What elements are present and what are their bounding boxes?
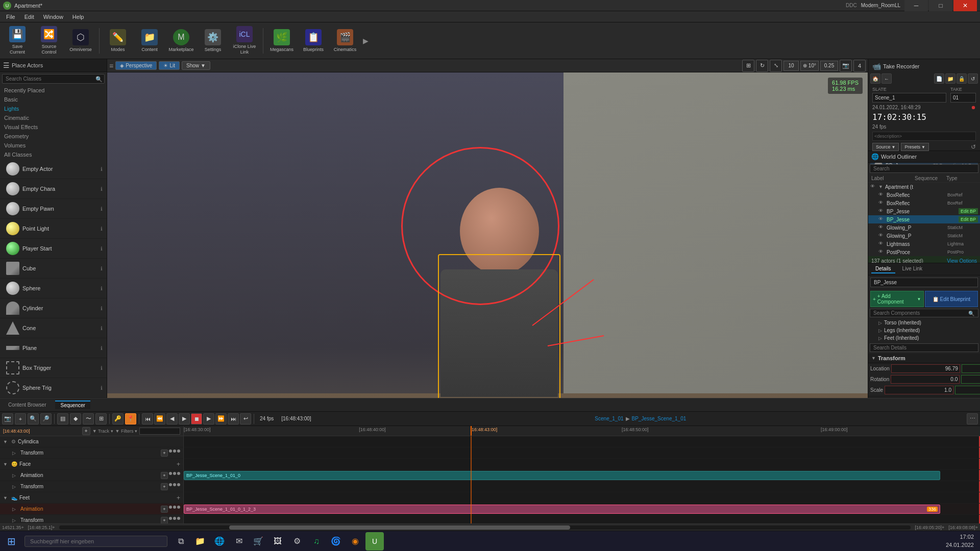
actor-item-sphere[interactable]: Sphere ℹ <box>0 279 107 298</box>
toolbar-expand-button[interactable]: ▶ <box>361 24 370 57</box>
actor-name-input[interactable] <box>870 278 978 287</box>
seq-add-icon[interactable]: + <box>15 413 26 424</box>
megascans-button[interactable]: 🌿 Megascans <box>266 24 297 57</box>
playback-play-button[interactable]: ▶ <box>179 413 190 424</box>
actor-item-cube[interactable]: Cube ℹ <box>0 259 107 279</box>
location-y-input[interactable] <box>962 364 980 373</box>
outliner-search-input[interactable] <box>870 164 978 173</box>
taskbar-explorer[interactable]: 📁 <box>191 532 209 550</box>
component-feet[interactable]: ▷ Feet (Inherited) <box>868 334 980 342</box>
track-add-button[interactable]: + <box>177 494 180 502</box>
track-add-key-button[interactable]: + <box>161 472 168 479</box>
grid-snap-icon[interactable]: ⊞ <box>742 60 754 72</box>
component-torso[interactable]: ▷ Torso (Inherited) <box>868 319 980 327</box>
take-refresh-button[interactable]: ↺ <box>968 73 978 84</box>
clip-breadcrumb[interactable]: BP_Jesse_Scene_1_01 <box>632 416 687 421</box>
track-feet[interactable]: ▼ 👟 Feet + <box>0 492 183 504</box>
taskbar-spotify[interactable]: ♫ <box>307 532 326 550</box>
outliner-item-glowing1[interactable]: 👁 Glowing_P StaticM <box>868 223 980 232</box>
seq-key-icon[interactable]: 🔑 <box>112 413 124 424</box>
seq-mode-icon[interactable]: ⊞ <box>95 413 107 424</box>
track-transform2[interactable]: ▷ Transform + <box>0 481 183 492</box>
taskbar-edge[interactable]: 🌐 <box>210 532 229 550</box>
add-component-button[interactable]: + + Add Component ▼ <box>870 291 924 307</box>
track-face[interactable]: ▼ 😊 Face + <box>0 459 183 470</box>
seq-filter-icon[interactable]: 🔍 <box>28 413 39 424</box>
take-home-button[interactable]: 🏠 <box>870 73 880 84</box>
cinematics-button[interactable]: 🎬 Cinematics <box>330 24 360 57</box>
track-animation2[interactable]: ▷ Animation + <box>0 504 183 515</box>
taskbar-photos[interactable]: 🖼 <box>268 532 287 550</box>
track-animation1[interactable]: ▷ Animation + <box>0 470 183 481</box>
take-input[interactable] <box>950 93 976 103</box>
outliner-item-boxreflect2[interactable]: 👁 BoxReflec BoxRef <box>868 199 980 207</box>
scale-y-input[interactable] <box>955 386 980 394</box>
omniverse-button[interactable]: ⬡ Omniverse <box>65 24 96 57</box>
angle-icon[interactable]: ⊕ 10° <box>800 61 819 71</box>
vp-settings-icon[interactable]: 4 <box>853 60 866 72</box>
actor-item-cylinder[interactable]: Cylinder ℹ <box>0 298 107 318</box>
show-button[interactable]: Show ▼ <box>182 61 210 70</box>
category-visual-effects[interactable]: Visual Effects <box>0 122 107 132</box>
search-components-input[interactable] <box>870 309 978 317</box>
slate-input[interactable] <box>872 93 946 103</box>
snap-value-input[interactable]: 10 <box>783 61 799 71</box>
track-transform1[interactable]: ▷ Transform + <box>0 447 183 459</box>
source-button[interactable]: Source▼ <box>872 143 899 151</box>
track-add-button[interactable]: + <box>177 461 180 468</box>
taskbar-search-input[interactable] <box>24 536 167 547</box>
taskbar-blender[interactable]: ◉ <box>346 532 364 550</box>
lit-button[interactable]: ☀ Lit <box>159 61 180 70</box>
location-x-input[interactable] <box>891 364 960 373</box>
playback-loop-button[interactable]: ↩ <box>240 413 251 424</box>
tab-sequencer[interactable]: Sequencer <box>55 400 90 409</box>
outliner-item-boxreflect1[interactable]: 👁 BoxReflec BoxRef <box>868 191 980 199</box>
actor-item-cone[interactable]: Cone ℹ <box>0 318 107 338</box>
actor-item-sphere-trig[interactable]: Sphere Trig ℹ <box>0 378 107 398</box>
take-back-button[interactable]: ← <box>881 73 892 84</box>
playback-next-frame-button[interactable]: ⏩ <box>215 413 227 424</box>
transform-section-header[interactable]: ▼ Transform <box>868 354 980 363</box>
actor-item-box-trigger[interactable]: Box Trigger ℹ <box>0 358 107 378</box>
menu-help[interactable]: Help <box>68 13 88 21</box>
actor-item-player-start[interactable]: Player Start ℹ <box>0 239 107 259</box>
scale-x-input[interactable] <box>885 386 953 394</box>
taskbar-settings2[interactable]: ⚙ <box>288 532 306 550</box>
content-button[interactable]: 📁 Content <box>134 24 165 57</box>
taskbar-mail[interactable]: ✉ <box>230 532 248 550</box>
playback-start-button[interactable]: ⏮ <box>142 413 153 424</box>
seq-search-icon[interactable]: 🔎 <box>40 413 52 424</box>
playback-next-button[interactable]: ▶ <box>203 413 214 424</box>
iclone-button[interactable]: iCL iClone Live Link <box>229 24 260 57</box>
viewport-options-icon[interactable]: ≡ <box>109 62 113 70</box>
clip-bp-jesse-2[interactable]: BP_Jesse_Scene_1_01_0_1_2_3 336 <box>184 505 940 514</box>
timeline-scrollbar-thumb[interactable] <box>229 525 570 530</box>
actor-item-empty-pawn[interactable]: Empty Pawn ℹ <box>0 199 107 219</box>
tab-details[interactable]: Details <box>871 265 895 273</box>
taskbar-store[interactable]: 🛒 <box>249 532 267 550</box>
category-basic[interactable]: Basic <box>0 95 107 104</box>
close-button[interactable]: ✕ <box>953 0 977 11</box>
category-volumes[interactable]: Volumes <box>0 141 107 150</box>
outliner-item-bpjesse2[interactable]: 👁 BP_Jesse Edit BP <box>868 215 980 223</box>
menu-window[interactable]: Window <box>39 13 67 21</box>
category-geometry[interactable]: Geometry <box>0 132 107 141</box>
perspective-button[interactable]: ◈ Perspective <box>115 61 157 70</box>
maximize-button[interactable]: □ <box>929 0 952 11</box>
take-folder-button[interactable]: 📁 <box>945 73 955 84</box>
track-add-key-button[interactable]: + <box>161 506 168 513</box>
playback-prev-button[interactable]: ◀ <box>166 413 178 424</box>
actor-item-plane[interactable]: Plane ℹ <box>0 338 107 358</box>
outliner-item-apartment[interactable]: 👁 ▼ Apartment (t <box>868 183 980 191</box>
add-track-button[interactable]: + <box>82 427 90 435</box>
seq-record-icon[interactable]: 📍 <box>125 413 136 424</box>
timeline-playhead[interactable] <box>471 426 472 436</box>
track-transform3[interactable]: ▷ Transform + <box>0 515 183 523</box>
camera-icon[interactable]: 📷 <box>840 60 852 72</box>
clip-bp-jesse-1[interactable]: BP_Jesse_Scene_1_01_0 <box>184 471 940 480</box>
take-lock-button[interactable]: 🔒 <box>957 73 967 84</box>
search-details-input[interactable] <box>870 343 978 352</box>
seq-keyframe-icon[interactable]: ◆ <box>70 413 81 424</box>
edit-blueprint-button[interactable]: 📋 Edit Blueprint <box>925 291 978 307</box>
category-recently-placed[interactable]: Recently Placed <box>0 86 107 95</box>
